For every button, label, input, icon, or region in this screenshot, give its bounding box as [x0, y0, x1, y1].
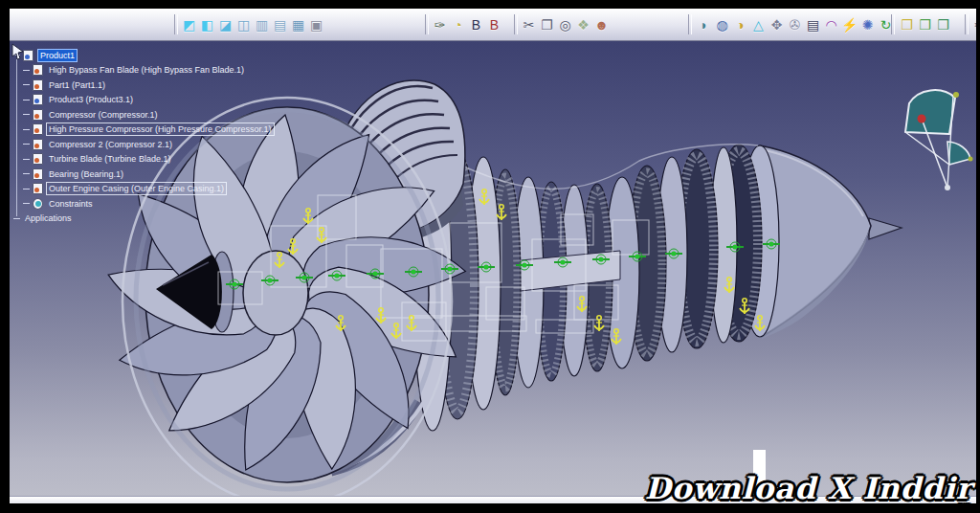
tree-node-label: Constraints	[47, 198, 95, 210]
tree-branch-line	[23, 84, 30, 85]
clipboard-icon[interactable]: ▤	[804, 13, 822, 36]
painter-mode-icon[interactable]: ✑	[431, 13, 449, 36]
tree-node-label: Compressor (Compressor.1)	[47, 109, 160, 121]
tree-node[interactable]: Outer Engine Casing (Outer Engine Casing…	[23, 182, 274, 197]
hidden-line-view-icon[interactable]: ▥	[253, 13, 271, 36]
tree-node-icon	[33, 168, 43, 180]
reuse-pattern-icon[interactable]: ✥	[768, 13, 786, 36]
tree-node[interactable]: Product3 (Product3.1)	[23, 93, 274, 108]
tree-branch-line	[23, 70, 30, 71]
letter-b-icon-red[interactable]: B	[485, 13, 503, 36]
tree-node[interactable]: Compressor (Compressor.1)	[23, 107, 274, 123]
sphere-render-icon[interactable]: ◔	[449, 13, 467, 36]
update-assembly-icon[interactable]: ↻	[877, 13, 895, 36]
iso-view-icon[interactable]: ◩	[180, 13, 198, 36]
insert-product-icon[interactable]: ◍	[713, 13, 731, 36]
tree-node-label: High Bypass Fan Blade (High Bypass Fan B…	[47, 64, 246, 76]
tree-node[interactable]: Applications	[13, 212, 274, 227]
tree-node-icon	[33, 153, 43, 165]
insert-part-icon[interactable]: ◑	[731, 13, 749, 36]
tree-node[interactable]: High Pressure Compressor (High Pressure …	[23, 123, 274, 138]
tree-node[interactable]: Product1	[13, 48, 274, 63]
explode-icon[interactable]: ✺	[858, 13, 877, 36]
toolbar-separator	[425, 14, 429, 34]
tree-node-icon	[33, 183, 43, 194]
cursor-pointer-icon	[11, 43, 27, 62]
tree-node-label: Compressor 2 (Compressor 2.1)	[47, 139, 174, 150]
new-part-box-icon[interactable]: ❒	[898, 13, 916, 36]
new-component-box-icon[interactable]: ❒	[934, 13, 952, 36]
tree-node-label: Turbine Blade (Turbine Blade.1)	[47, 153, 172, 165]
3d-viewport[interactable]: Product1 High Bypass Fan Blade (High Byp…	[10, 40, 976, 496]
copy-icon[interactable]: ❐	[538, 13, 556, 36]
tree-node-icon	[33, 109, 43, 121]
quick-shade-view-icon[interactable]: ▤	[271, 13, 289, 36]
letterbox-right	[976, 0, 980, 513]
search-icon[interactable]: ◎	[556, 13, 574, 36]
tree-node-label: Bearing (Bearing.1)	[47, 168, 125, 180]
custom-view-icon[interactable]: ▦	[289, 13, 307, 36]
tree-branch-line	[23, 189, 30, 190]
tree-node[interactable]: Part1 (Part1.1)	[23, 78, 274, 93]
tree-node-label: Part1 (Part1.1)	[47, 79, 107, 91]
specification-tree: Product1 High Bypass Fan Blade (High Byp…	[13, 48, 274, 226]
tree-node-label: Product1	[37, 49, 78, 62]
smart-move-icon[interactable]: ⚡	[840, 13, 858, 36]
tree-node-icon	[33, 94, 43, 105]
watermark-text: Download X Inddir	[645, 471, 972, 505]
tree-node-label: High Pressure Compressor (High Pressure …	[47, 123, 274, 135]
tree-node-icon	[33, 198, 43, 210]
snap-constraint-icon[interactable]: ◠	[822, 13, 840, 36]
tree-node-icon	[33, 64, 43, 76]
cut-icon[interactable]: ✂	[520, 13, 538, 36]
tree-node[interactable]: Bearing (Bearing.1)	[23, 167, 274, 182]
tree-node-label: Product3 (Product3.1)	[47, 94, 135, 105]
person-icon[interactable]: ☻	[592, 13, 611, 36]
letterbox-top	[0, 0, 980, 9]
toolbar-separator	[688, 14, 692, 34]
tree-branch-line	[23, 203, 30, 204]
tree-node-label: Applications	[23, 212, 74, 224]
existing-component-icon[interactable]: △	[749, 13, 768, 36]
letterbox-bottom	[0, 503, 980, 513]
letter-b-icon-dark[interactable]: B	[467, 13, 485, 36]
3d-compass[interactable]	[905, 90, 973, 190]
app-window: ◩◧◪◫▥▤▦▣ ✑◔BB ✂❐◎❖☻ ◗◍◑△✥✇▤◠⚡✺↻ ❒❒❒ ⚙	[0, 0, 980, 513]
tree-node[interactable]: Compressor 2 (Compressor 2.1)	[23, 137, 274, 152]
paperclip-icon[interactable]: ✇	[786, 13, 804, 36]
toolbar-group-assembly: ◗◍◑△✥✇▤◠⚡✺↻	[695, 12, 895, 37]
main-toolbar: ◩◧◪◫▥▤▦▣ ✑◔BB ✂❐◎❖☻ ◗◍◑△✥✇▤◠⚡✺↻ ❒❒❒ ⚙	[10, 9, 976, 41]
new-product-box-icon[interactable]: ❒	[916, 13, 934, 36]
tree-node-icon	[33, 79, 43, 91]
toolbar-separator	[174, 14, 178, 34]
compass-origin-dot[interactable]	[918, 115, 926, 123]
tree-node[interactable]: High Bypass Fan Blade (High Bypass Fan B…	[23, 63, 274, 78]
tree-branch-line	[23, 100, 30, 100]
letterbox-left	[0, 0, 10, 513]
tree-node[interactable]: Turbine Blade (Turbine Blade.1)	[23, 152, 274, 167]
insert-component-icon[interactable]: ◗	[695, 13, 713, 36]
material-icon[interactable]: ❖	[574, 13, 592, 36]
shaded-view-icon[interactable]: ◧	[198, 13, 216, 36]
tree-branch-line	[23, 159, 30, 160]
toolbar-group-view-modes: ◩◧◪◫▥▤▦▣	[180, 12, 325, 37]
view-mode-menu-icon[interactable]: ▣	[307, 13, 325, 36]
toolbar-separator	[514, 14, 518, 34]
wireframe-view-icon[interactable]: ◫	[234, 13, 253, 36]
tree-node-icon	[33, 123, 43, 135]
tree-branch-line	[23, 173, 30, 174]
tree-node-icon	[33, 139, 43, 150]
tree-branch-line	[13, 218, 20, 219]
tree-branch-line	[23, 114, 30, 115]
toolbar-separator	[965, 14, 969, 34]
toolbar-group-render: ✑◔BB	[431, 12, 503, 37]
tree-node[interactable]: Constraints	[23, 196, 274, 212]
toolbar-group-insert: ❒❒❒	[898, 12, 952, 37]
tree-branch-line	[23, 129, 30, 130]
tree-node-label: Outer Engine Casing (Outer Engine Casing…	[47, 183, 226, 194]
toolbar-group-edit: ✂❐◎❖☻	[520, 12, 611, 37]
shaded-edges-view-icon[interactable]: ◪	[216, 13, 234, 36]
rear-cone	[760, 145, 902, 339]
tree-branch-line	[23, 144, 30, 145]
